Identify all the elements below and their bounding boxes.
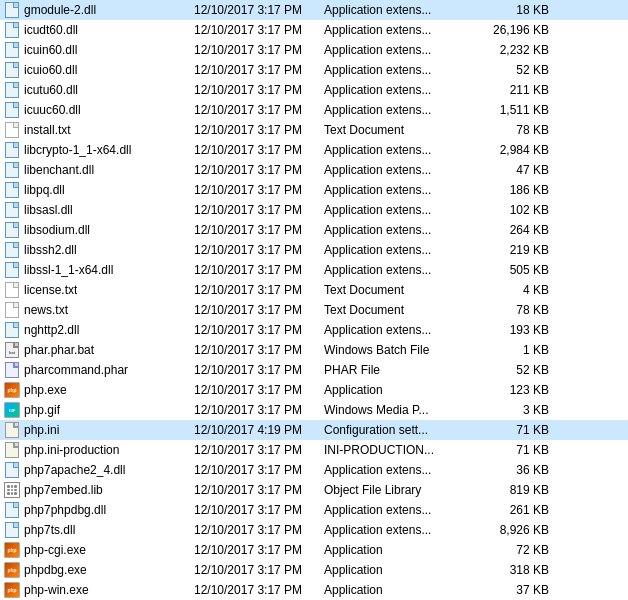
table-row[interactable]: libenchant.dll12/10/2017 3:17 PMApplicat… (0, 160, 628, 180)
dll-icon (4, 262, 20, 278)
table-row[interactable]: batphar.phar.bat12/10/2017 3:17 PMWindow… (0, 340, 628, 360)
table-row[interactable]: libpq.dll12/10/2017 3:17 PMApplication e… (0, 180, 628, 200)
file-name-cell: gmodule-2.dll (4, 2, 194, 18)
file-name: php.exe (24, 383, 67, 397)
table-row[interactable]: php7embed.lib12/10/2017 3:17 PMObject Fi… (0, 480, 628, 500)
file-name: libenchant.dll (24, 163, 94, 177)
file-type: Application (324, 543, 479, 557)
file-date: 12/10/2017 3:17 PM (194, 3, 324, 17)
table-row[interactable]: phpphpdbg.exe12/10/2017 3:17 PMApplicati… (0, 560, 628, 580)
file-date: 12/10/2017 3:17 PM (194, 463, 324, 477)
table-row[interactable]: php7apache2_4.dll12/10/2017 3:17 PMAppli… (0, 460, 628, 480)
file-name: icuin60.dll (24, 43, 77, 57)
file-name-cell: libpq.dll (4, 182, 194, 198)
dll-icon (4, 2, 20, 18)
file-type: Application extens... (324, 43, 479, 57)
table-row[interactable]: libsasl.dll12/10/2017 3:17 PMApplication… (0, 200, 628, 220)
file-date: 12/10/2017 3:17 PM (194, 263, 324, 277)
table-row[interactable]: php7ts.dll12/10/2017 3:17 PMApplication … (0, 520, 628, 540)
file-size: 2,232 KB (479, 43, 549, 57)
table-row[interactable]: icutu60.dll12/10/2017 3:17 PMApplication… (0, 80, 628, 100)
file-date: 12/10/2017 3:17 PM (194, 483, 324, 497)
file-name: install.txt (24, 123, 71, 137)
file-size: 52 KB (479, 63, 549, 77)
table-row[interactable]: libsodium.dll12/10/2017 3:17 PMApplicati… (0, 220, 628, 240)
file-name-cell: license.txt (4, 282, 194, 298)
dll-icon (4, 42, 20, 58)
file-date: 12/10/2017 3:17 PM (194, 523, 324, 537)
file-name: libssl-1_1-x64.dll (24, 263, 113, 277)
table-row[interactable]: news.txt12/10/2017 3:17 PMText Document7… (0, 300, 628, 320)
table-row[interactable]: nghttp2.dll12/10/2017 3:17 PMApplication… (0, 320, 628, 340)
table-row[interactable]: phpphp.exe12/10/2017 3:17 PMApplication1… (0, 380, 628, 400)
file-name-cell: icuio60.dll (4, 62, 194, 78)
file-date: 12/10/2017 3:17 PM (194, 283, 324, 297)
file-type: Application (324, 583, 479, 597)
table-row[interactable]: phpphp-win.exe12/10/2017 3:17 PMApplicat… (0, 580, 628, 600)
file-size: 8,926 KB (479, 523, 549, 537)
table-row[interactable]: gmodule-2.dll12/10/2017 3:17 PMApplicati… (0, 0, 628, 20)
file-type: INI-PRODUCTION... (324, 443, 479, 457)
file-name: php7ts.dll (24, 523, 75, 537)
file-name: icutu60.dll (24, 83, 78, 97)
file-size: 261 KB (479, 503, 549, 517)
table-row[interactable]: libssh2.dll12/10/2017 3:17 PMApplication… (0, 240, 628, 260)
file-name: pharcommand.phar (24, 363, 128, 377)
file-date: 12/10/2017 3:17 PM (194, 383, 324, 397)
txt-icon (4, 122, 20, 138)
file-type: Text Document (324, 283, 479, 297)
file-name: php.gif (24, 403, 60, 417)
file-size: 78 KB (479, 123, 549, 137)
file-size: 71 KB (479, 423, 549, 437)
file-name-cell: php7embed.lib (4, 482, 194, 498)
file-name: php7embed.lib (24, 483, 103, 497)
table-row[interactable]: php.ini12/10/2017 4:19 PMConfiguration s… (0, 420, 628, 440)
file-size: 2,984 KB (479, 143, 549, 157)
file-name: libsodium.dll (24, 223, 90, 237)
gif-icon: GIF (4, 402, 20, 418)
exe-icon: php (4, 542, 20, 558)
file-size: 123 KB (479, 383, 549, 397)
table-row[interactable]: php.ini-production12/10/2017 3:17 PMINI-… (0, 440, 628, 460)
file-name-cell: phpphp-win.exe (4, 582, 194, 598)
file-size: 3 KB (479, 403, 549, 417)
table-row[interactable]: icudt60.dll12/10/2017 3:17 PMApplication… (0, 20, 628, 40)
file-name: libcrypto-1_1-x64.dll (24, 143, 131, 157)
file-type: Application extens... (324, 203, 479, 217)
table-row[interactable]: install.txt12/10/2017 3:17 PMText Docume… (0, 120, 628, 140)
dll-icon (4, 82, 20, 98)
table-row[interactable]: icuuc60.dll12/10/2017 3:17 PMApplication… (0, 100, 628, 120)
table-row[interactable]: icuio60.dll12/10/2017 3:17 PMApplication… (0, 60, 628, 80)
file-name: php-cgi.exe (24, 543, 86, 557)
file-date: 12/10/2017 3:17 PM (194, 203, 324, 217)
file-type: Application extens... (324, 183, 479, 197)
file-name: libsasl.dll (24, 203, 73, 217)
file-type: Application extens... (324, 263, 479, 277)
file-type: Windows Batch File (324, 343, 479, 357)
file-type: Application extens... (324, 103, 479, 117)
file-date: 12/10/2017 3:17 PM (194, 443, 324, 457)
file-name: libssh2.dll (24, 243, 77, 257)
table-row[interactable]: pharcommand.phar12/10/2017 3:17 PMPHAR F… (0, 360, 628, 380)
dll-icon (4, 242, 20, 258)
file-type: Application extens... (324, 243, 479, 257)
dll-icon (4, 462, 20, 478)
lib-icon (4, 482, 20, 498)
file-name: icuio60.dll (24, 63, 77, 77)
file-name-cell: news.txt (4, 302, 194, 318)
file-name: icudt60.dll (24, 23, 78, 37)
file-date: 12/10/2017 3:17 PM (194, 23, 324, 37)
file-size: 211 KB (479, 83, 549, 97)
table-row[interactable]: libcrypto-1_1-x64.dll12/10/2017 3:17 PMA… (0, 140, 628, 160)
file-date: 12/10/2017 3:17 PM (194, 363, 324, 377)
table-row[interactable]: license.txt12/10/2017 3:17 PMText Docume… (0, 280, 628, 300)
file-date: 12/10/2017 3:17 PM (194, 323, 324, 337)
file-type: Text Document (324, 303, 479, 317)
table-row[interactable]: GIFphp.gif12/10/2017 3:17 PMWindows Medi… (0, 400, 628, 420)
table-row[interactable]: libssl-1_1-x64.dll12/10/2017 3:17 PMAppl… (0, 260, 628, 280)
table-row[interactable]: phpphp-cgi.exe12/10/2017 3:17 PMApplicat… (0, 540, 628, 560)
table-row[interactable]: php7phpdbg.dll12/10/2017 3:17 PMApplicat… (0, 500, 628, 520)
dll-icon (4, 22, 20, 38)
table-row[interactable]: icuin60.dll12/10/2017 3:17 PMApplication… (0, 40, 628, 60)
file-type: Windows Media P... (324, 403, 479, 417)
